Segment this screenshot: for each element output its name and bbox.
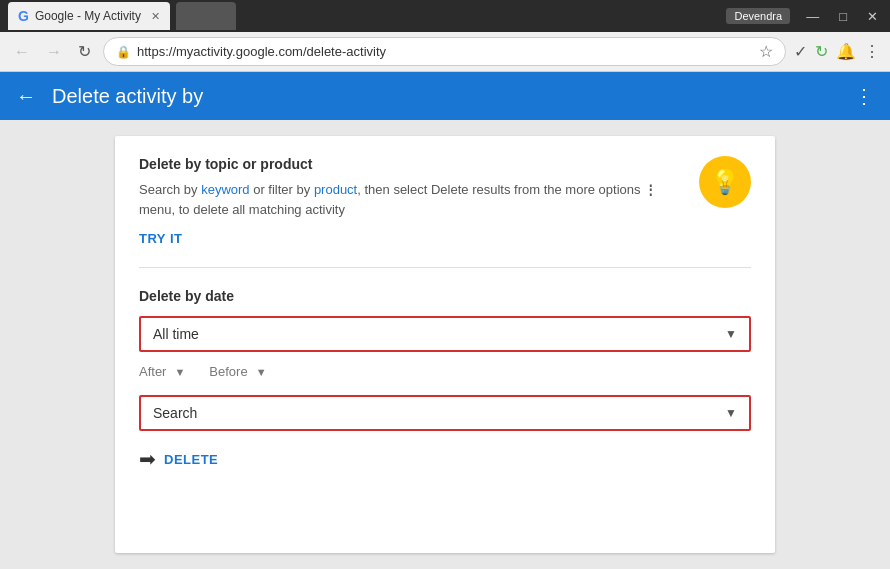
forward-button[interactable]: → [42, 41, 66, 63]
active-tab[interactable]: G Google - My Activity ✕ [8, 2, 170, 30]
after-dropdown[interactable]: After ▼ [139, 364, 185, 379]
close-button[interactable]: ✕ [863, 7, 882, 26]
page-title: Delete activity by [52, 85, 838, 108]
url-text: https://myactivity.google.com/delete-act… [137, 44, 753, 59]
tab-title: Google - My Activity [35, 9, 141, 23]
after-label: After [139, 364, 166, 379]
date-section-title: Delete by date [139, 288, 751, 304]
topic-section-row: Delete by topic or product Search by key… [139, 156, 751, 247]
tab-close-button[interactable]: ✕ [151, 10, 160, 23]
topic-section: Delete by topic or product Search by key… [139, 156, 751, 268]
header-back-button[interactable]: ← [16, 85, 36, 108]
arrow-icon: ➡ [139, 447, 156, 471]
topic-desc: Search by keyword or filter by product, … [139, 180, 683, 219]
product-value: Search [153, 405, 197, 421]
back-button[interactable]: ← [10, 41, 34, 63]
ext-icon-2[interactable]: ↻ [815, 42, 828, 61]
keyword-2: product [314, 182, 357, 197]
ext-icon-3[interactable]: 🔔 [836, 42, 856, 61]
app-header: ← Delete activity by ⋮ [0, 72, 890, 120]
desc-text-2: or filter by [250, 182, 314, 197]
restore-button[interactable]: □ [835, 7, 851, 26]
toolbar-icons: ✓ ↻ 🔔 ⋮ [794, 42, 880, 61]
date-range-row: After ▼ Before ▼ [139, 364, 751, 379]
minimize-button[interactable]: — [802, 7, 823, 26]
content-card: Delete by topic or product Search by key… [115, 136, 775, 553]
lightbulb-symbol: 💡 [710, 168, 740, 196]
address-bar: ← → ↻ 🔒 https://myactivity.google.com/de… [0, 32, 890, 72]
before-dropdown[interactable]: Before ▼ [209, 364, 266, 379]
topic-content: Delete by topic or product Search by key… [139, 156, 683, 247]
lightbulb-icon: 💡 [699, 156, 751, 208]
url-bar[interactable]: 🔒 https://myactivity.google.com/delete-a… [103, 37, 786, 66]
reload-button[interactable]: ↻ [74, 40, 95, 63]
menu-dots-icon: ⋮ [644, 182, 657, 197]
try-it-button[interactable]: TRY IT [139, 231, 182, 246]
user-badge: Devendra [726, 8, 790, 24]
title-bar-right: Devendra — □ ✕ [726, 7, 882, 26]
desc-text-4: menu, to delete all matching activity [139, 202, 345, 217]
menu-icon[interactable]: ⋮ [864, 42, 880, 61]
time-range-value: All time [153, 326, 199, 342]
after-arrow-icon: ▼ [174, 366, 185, 378]
product-arrow-icon: ▼ [725, 406, 737, 420]
desc-text-3: , then select Delete results from the mo… [357, 182, 644, 197]
topic-title: Delete by topic or product [139, 156, 683, 172]
before-arrow-icon: ▼ [256, 366, 267, 378]
main-content: Delete by topic or product Search by key… [0, 120, 890, 569]
time-range-arrow-icon: ▼ [725, 327, 737, 341]
delete-row: ➡ DELETE [139, 447, 751, 471]
ext-icon-1[interactable]: ✓ [794, 42, 807, 61]
product-dropdown[interactable]: Search ▼ [139, 395, 751, 431]
lock-icon: 🔒 [116, 45, 131, 59]
title-bar: G Google - My Activity ✕ Devendra — □ ✕ [0, 0, 890, 32]
bookmark-icon[interactable]: ☆ [759, 42, 773, 61]
date-section: Delete by date All time ▼ After ▼ Before… [139, 288, 751, 471]
title-bar-left: G Google - My Activity ✕ [8, 2, 236, 30]
header-more-button[interactable]: ⋮ [854, 84, 874, 108]
tab-favicon: G [18, 8, 29, 24]
delete-button[interactable]: DELETE [164, 452, 218, 467]
inactive-tab[interactable] [176, 2, 236, 30]
time-range-dropdown[interactable]: All time ▼ [139, 316, 751, 352]
desc-text-1: Search by [139, 182, 201, 197]
keyword-1: keyword [201, 182, 249, 197]
before-label: Before [209, 364, 247, 379]
